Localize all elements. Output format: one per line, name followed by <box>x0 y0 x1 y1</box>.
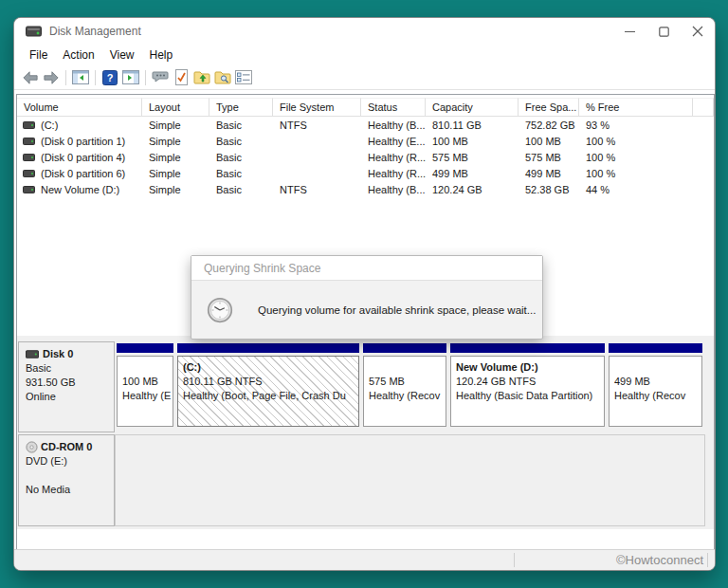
partition-label: New Volume (D:) <box>456 360 604 375</box>
statusbar-divider <box>514 553 515 567</box>
partition-size: 575 MB <box>369 375 446 389</box>
volume-name: (Disk 0 partition 1) <box>41 136 125 147</box>
table-row[interactable]: New Volume (D:) Simple Basic NTFS Health… <box>17 181 714 197</box>
column-header-free-space[interactable]: Free Spa... <box>519 98 579 117</box>
svg-text:?: ? <box>107 72 114 83</box>
minimize-button[interactable] <box>612 18 646 45</box>
show-console-tree-button[interactable] <box>70 68 91 87</box>
partition-label <box>614 360 701 375</box>
forward-button[interactable] <box>41 68 62 87</box>
back-arrow-icon <box>22 70 39 85</box>
menubar: File Action View Help <box>14 45 715 65</box>
volume-capacity: 120.24 GB <box>426 184 519 195</box>
primary-partition-bar <box>450 343 605 353</box>
partition-status: Healthy (Boot, Page File, Crash Du <box>183 389 358 403</box>
menu-help[interactable]: Help <box>142 46 181 64</box>
folder-up-button[interactable] <box>191 68 212 87</box>
partition-status: Healthy (Basic Data Partition) <box>456 389 604 403</box>
primary-partition-bar <box>363 343 446 353</box>
show-action-pane-button[interactable] <box>120 68 141 87</box>
cd-disc-icon <box>26 441 38 453</box>
properties-button[interactable] <box>233 68 254 87</box>
primary-partition-bar <box>117 343 173 353</box>
partition-d[interactable]: New Volume (D:) 120.24 GB NTFS Healthy (… <box>450 341 605 432</box>
check-document-button[interactable] <box>171 68 191 87</box>
volume-pct-free: 100 % <box>579 136 693 147</box>
volume-free-space: 499 MB <box>519 168 579 179</box>
close-icon <box>692 26 703 37</box>
statusbar-divider <box>707 553 708 567</box>
properties-list-icon <box>235 70 252 84</box>
menu-view[interactable]: View <box>102 46 142 64</box>
cdrom-empty-area <box>115 434 705 526</box>
menu-action[interactable]: Action <box>55 46 101 64</box>
volume-name: (Disk 0 partition 6) <box>41 168 125 179</box>
column-header-file-system[interactable]: File System <box>273 98 361 117</box>
table-row[interactable]: (Disk 0 partition 1) Simple Basic Health… <box>17 133 714 149</box>
volume-status: Healthy (E... <box>361 136 426 147</box>
volume-capacity: 810.11 GB <box>426 119 519 131</box>
back-button[interactable] <box>20 68 41 87</box>
volume-icon <box>23 170 35 177</box>
graphical-view-pane: Disk 0 Basic 931.50 GB Online 100 MB Hea… <box>17 340 714 529</box>
folder-search-button[interactable] <box>212 68 233 87</box>
action-pane-icon <box>122 70 139 84</box>
table-row[interactable]: (Disk 0 partition 6) Simple Basic Health… <box>17 165 714 181</box>
column-header-pct-free[interactable]: % Free <box>579 98 693 117</box>
partition-size: 120.24 GB NTFS <box>456 375 604 389</box>
close-button[interactable] <box>681 18 715 45</box>
partition-recovery-2[interactable]: 499 MB Healthy (Recov <box>609 341 702 432</box>
tooltip-button[interactable] <box>150 68 171 87</box>
column-header-layout[interactable]: Layout <box>142 98 209 117</box>
partition-status: Healthy (E <box>122 389 173 403</box>
primary-partition-bar <box>609 343 702 353</box>
partition-label <box>369 360 446 375</box>
partition-c-hatched-box: (C:) 810.11 GB NTFS Healthy (Boot, Page … <box>177 356 359 427</box>
disk-management-window: Disk Management File Action View Help <box>13 17 716 571</box>
speech-bubble-icon <box>152 70 169 84</box>
console-tree-icon <box>72 70 89 84</box>
volume-layout: Simple <box>142 184 209 195</box>
cdrom-name: CD-ROM 0 <box>41 440 92 454</box>
volume-name: New Volume (D:) <box>41 184 119 195</box>
cdrom-media: No Media <box>26 483 110 497</box>
dialog-titlebar[interactable]: Querying Shrink Space <box>191 256 542 281</box>
column-header-empty <box>693 98 714 117</box>
volume-table-header: Volume Layout Type File System Status Ca… <box>17 98 714 117</box>
maximize-icon <box>659 27 669 37</box>
maximize-button[interactable] <box>646 18 681 45</box>
disk-status: Online <box>26 390 110 404</box>
volume-free-space: 100 MB <box>519 136 579 147</box>
table-row[interactable]: (Disk 0 partition 4) Simple Basic Health… <box>17 149 714 165</box>
column-header-volume[interactable]: Volume <box>17 98 142 117</box>
disk0-label-panel[interactable]: Disk 0 Basic 931.50 GB Online <box>18 341 115 432</box>
partition-size: 499 MB <box>614 375 701 389</box>
cdrom-drive: DVD (E:) <box>26 454 110 469</box>
dialog-message: Querying volume for available shrink spa… <box>258 304 536 316</box>
volume-layout: Simple <box>142 152 209 163</box>
app-disk-drive-icon <box>26 26 42 37</box>
partition-efi[interactable]: 100 MB Healthy (E <box>117 341 173 432</box>
volume-file-system: NTFS <box>273 119 361 131</box>
volume-file-system: NTFS <box>273 184 361 195</box>
column-header-capacity[interactable]: Capacity <box>426 98 519 117</box>
dialog-body: Querying volume for available shrink spa… <box>191 281 542 340</box>
disk-type: Basic <box>26 361 110 376</box>
column-header-status[interactable]: Status <box>361 98 426 117</box>
window-controls <box>612 18 715 45</box>
menu-file[interactable]: File <box>22 46 55 64</box>
table-row[interactable]: (C:) Simple Basic NTFS Healthy (B... 810… <box>17 117 714 133</box>
partition-c[interactable]: (C:) 810.11 GB NTFS Healthy (Boot, Page … <box>177 341 359 432</box>
column-header-type[interactable]: Type <box>209 98 273 117</box>
help-button[interactable]: ? <box>100 68 120 87</box>
volume-type: Basic <box>209 152 273 163</box>
volume-name: (C:) <box>41 119 58 131</box>
toolbar-separator <box>145 70 146 85</box>
window-title: Disk Management <box>49 25 141 38</box>
volume-icon <box>23 186 35 193</box>
titlebar: Disk Management <box>14 18 715 45</box>
partition-recovery-1[interactable]: 575 MB Healthy (Recov <box>363 341 446 432</box>
cdrom-label-panel[interactable]: CD-ROM 0 DVD (E:) No Media <box>18 434 115 526</box>
volume-status: Healthy (R... <box>361 152 426 163</box>
cdrom-row: CD-ROM 0 DVD (E:) No Media <box>17 434 714 526</box>
